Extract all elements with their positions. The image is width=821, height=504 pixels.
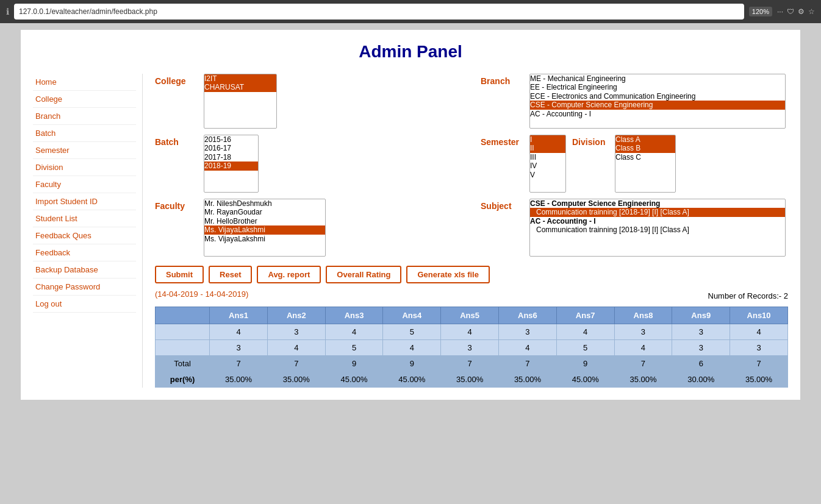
cell-value: 5 [556, 340, 614, 356]
sidebar-item-import-student-id[interactable]: Import Student ID [33, 193, 136, 210]
division-select[interactable]: Class A Class B Class C [615, 135, 676, 193]
semester-division-group: I II III IV V Division Class A Class B C… [529, 135, 676, 193]
cell-value: 4 [441, 324, 499, 340]
sidebar-item-college[interactable]: College [33, 91, 136, 108]
row-label [156, 340, 210, 356]
division-label: Division [572, 135, 609, 147]
total-value: 9 [383, 356, 441, 372]
info-icon: ℹ [6, 7, 9, 16]
cell-value: 4 [730, 324, 788, 340]
browser-toolbar: ··· 🛡 ⚙ ☆ [777, 7, 815, 16]
sidebar-item-batch[interactable]: Batch [33, 125, 136, 142]
sidebar-item-division[interactable]: Division [33, 159, 136, 176]
table-row: 3454345433 [156, 340, 788, 356]
cell-value: 4 [325, 324, 383, 340]
semester-select[interactable]: I II III IV V [529, 135, 566, 193]
date-records-row: (14-04-2019 - 14-04-2019) Number of Reco… [155, 289, 788, 302]
cell-value: 4 [499, 340, 557, 356]
subject-label: Subject [481, 199, 523, 211]
shield-icon[interactable]: 🛡 [787, 7, 794, 16]
records-info: Number of Records:- 2 [708, 291, 789, 300]
branch-label: Branch [481, 74, 523, 86]
batch-select[interactable]: 2015-16 2016-17 2017-18 2018-19 [204, 135, 259, 193]
sidebar-item-logout[interactable]: Log out [33, 296, 136, 313]
cell-value: 3 [499, 324, 557, 340]
total-value: 7 [441, 356, 499, 372]
college-select[interactable]: I2IT CHARUSAT [204, 74, 277, 129]
sidebar-item-home[interactable]: Home [33, 74, 136, 91]
cell-value: 3 [730, 340, 788, 356]
avg-report-button[interactable]: Avg. report [257, 266, 321, 283]
pct-value: 45.00% [325, 372, 383, 388]
pct-value: 35.00% [441, 372, 499, 388]
generate-xls-button[interactable]: Generate xls file [406, 266, 489, 283]
star-icon[interactable]: ☆ [808, 7, 815, 16]
cell-value: 3 [210, 340, 268, 356]
faculty-select[interactable]: Mr. NileshDeshmukh Mr. RayanGoudar Mr. H… [204, 199, 326, 257]
form-grid: College I2IT CHARUSAT Branch ME - Mechan… [155, 74, 788, 257]
sidebar-item-feedback[interactable]: Feedback [33, 244, 136, 261]
sidebar-item-faculty[interactable]: Faculty [33, 176, 136, 193]
subject-select[interactable]: CSE - Computer Science Engineering Commu… [529, 199, 786, 257]
sidebar-item-backup-database[interactable]: Backup Database [33, 261, 136, 279]
total-value: 7 [730, 356, 788, 372]
cell-value: 5 [325, 340, 383, 356]
cell-value: 4 [267, 340, 325, 356]
cell-value: 3 [672, 324, 730, 340]
cell-value: 3 [267, 324, 325, 340]
subject-row: Subject CSE - Computer Science Engineeri… [481, 199, 788, 257]
pct-value: 35.00% [267, 372, 325, 388]
layout: Home College Branch Batch Semester Divis… [33, 74, 788, 388]
reset-button[interactable]: Reset [209, 266, 252, 283]
college-label: College [155, 74, 198, 86]
pct-value: 35.00% [499, 372, 557, 388]
branch-select[interactable]: ME - Mechanical Engineering EE - Electri… [529, 74, 786, 129]
total-value: 9 [556, 356, 614, 372]
more-icon[interactable]: ··· [777, 7, 783, 16]
pct-label: per(%) [156, 372, 210, 388]
pct-value: 35.00% [730, 372, 788, 388]
total-value: 7 [267, 356, 325, 372]
col-ans5: Ans5 [441, 307, 499, 324]
col-ans9: Ans9 [672, 307, 730, 324]
cell-value: 4 [614, 340, 672, 356]
cell-value: 5 [383, 324, 441, 340]
button-row: Submit Reset Avg. report Overall Rating … [155, 266, 788, 283]
batch-row: Batch 2015-16 2016-17 2017-18 2018-19 [155, 135, 462, 193]
pct-value: 30.00% [672, 372, 730, 388]
page-title: Admin Panel [33, 42, 788, 62]
semester-label: Semester [481, 135, 523, 147]
date-range: (14-04-2019 - 14-04-2019) [155, 289, 248, 299]
url-bar[interactable]: 127.0.0.1/evalteacher/admin/feedback.php [14, 4, 744, 20]
sidebar-item-branch[interactable]: Branch [33, 108, 136, 125]
branch-row: Branch ME - Mechanical Engineering EE - … [481, 74, 788, 129]
sidebar-item-semester[interactable]: Semester [33, 142, 136, 159]
cell-value: 3 [672, 340, 730, 356]
total-value: 7 [614, 356, 672, 372]
total-value: 7 [499, 356, 557, 372]
college-row: College I2IT CHARUSAT [155, 74, 462, 129]
zoom-level: 120% [749, 7, 772, 16]
sidebar: Home College Branch Batch Semester Divis… [33, 74, 143, 388]
faculty-row: Faculty Mr. NileshDeshmukh Mr. RayanGoud… [155, 199, 462, 257]
sidebar-item-change-password[interactable]: Change Password [33, 279, 136, 296]
cell-value: 4 [556, 324, 614, 340]
content-area: College I2IT CHARUSAT Branch ME - Mechan… [143, 74, 788, 388]
settings-icon[interactable]: ⚙ [798, 7, 805, 16]
cell-value: 3 [614, 324, 672, 340]
sidebar-item-student-list[interactable]: Student List [33, 210, 136, 227]
row-label [156, 324, 210, 340]
col-ans2: Ans2 [267, 307, 325, 324]
sidebar-item-feedback-ques[interactable]: Feedback Ques [33, 227, 136, 244]
cell-value: 4 [383, 340, 441, 356]
pct-value: 45.00% [383, 372, 441, 388]
pct-value: 35.00% [210, 372, 268, 388]
submit-button[interactable]: Submit [155, 266, 204, 283]
col-ans4: Ans4 [383, 307, 441, 324]
batch-label: Batch [155, 135, 198, 147]
col-ans1: Ans1 [210, 307, 268, 324]
overall-rating-button[interactable]: Overall Rating [326, 266, 401, 283]
total-value: 9 [325, 356, 383, 372]
total-row: Total7799779767 [156, 356, 788, 372]
total-value: 7 [210, 356, 268, 372]
